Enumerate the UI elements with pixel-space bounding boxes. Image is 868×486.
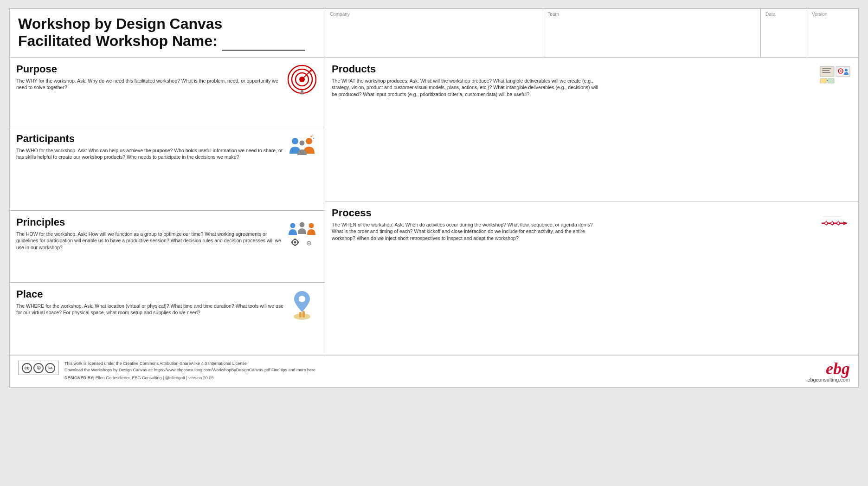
canvas-container: Workshop by Design Canvas Facilitated Wo… — [9, 8, 859, 388]
svg-point-27 — [299, 296, 305, 302]
cc-icon: cc — [22, 363, 32, 373]
principles-desc: The HOW for the workshop. Ask: How will … — [16, 231, 285, 251]
cc-badge: cc ① SA — [18, 361, 59, 375]
download-text: Download the Workshops by Design Canvas … — [64, 367, 315, 374]
svg-point-10 — [292, 138, 298, 144]
canvas-grid: Purpose The WHY for the workshop. Ask: W… — [10, 58, 858, 355]
svg-point-41 — [840, 70, 842, 72]
process-cell: Process The WHEN of the workshop. Ask: W… — [325, 201, 858, 336]
designed-by-label: DESIGNED BY: — [64, 376, 94, 380]
place-desc: The WHERE for the workshop. Ask: What lo… — [16, 303, 285, 316]
svg-point-18 — [309, 223, 314, 228]
products-desc: The WHAT the workshop produces. Ask: Wha… — [332, 78, 601, 98]
svg-point-48 — [825, 222, 828, 225]
canvas-title: Workshop by Design Canvas Facilitated Wo… — [10, 9, 325, 57]
ebg-url: ebgconsulting.com — [807, 377, 850, 382]
svg-point-49 — [831, 222, 834, 225]
place-icon — [286, 288, 318, 321]
svg-marker-44 — [843, 221, 847, 225]
svg-rect-29 — [299, 312, 302, 318]
svg-point-16 — [290, 223, 296, 228]
version-field[interactable]: Version — [807, 9, 858, 57]
company-field[interactable]: Company — [325, 9, 543, 57]
svg-line-4 — [302, 70, 312, 79]
svg-point-12 — [300, 140, 305, 145]
principles-icon — [286, 216, 318, 249]
svg-point-15 — [312, 134, 314, 136]
svg-rect-35 — [820, 78, 827, 83]
svg-point-26 — [309, 242, 310, 244]
svg-rect-31 — [820, 66, 834, 77]
svg-point-11 — [306, 138, 312, 144]
svg-point-13 — [310, 136, 312, 137]
process-icon — [819, 207, 852, 240]
date-field[interactable]: Date — [761, 9, 807, 57]
svg-point-14 — [313, 137, 315, 139]
version-label: Version — [812, 12, 854, 17]
svg-point-42 — [845, 69, 848, 71]
svg-rect-22 — [294, 245, 296, 246]
title-line2: Facilitated Workshop Name: — [18, 32, 305, 49]
purpose-cell: Purpose The WHY for the workshop. Ask: W… — [10, 58, 325, 127]
products-icon — [819, 63, 852, 96]
svg-point-50 — [837, 222, 840, 225]
right-column: Products The WHAT the workshop produces.… — [325, 58, 858, 355]
principles-cell: Principles The HOW for the workshop. Ask… — [10, 211, 325, 283]
footer-left: cc ① SA This work is licensed under the … — [18, 361, 315, 382]
products-title: Products — [332, 63, 852, 75]
svg-rect-34 — [822, 72, 830, 73]
participants-cell: Participants The WHO for the workshop. A… — [10, 127, 325, 211]
team-field[interactable]: Team — [543, 9, 761, 57]
title-line1: Workshop by Design Canvas — [18, 15, 222, 32]
designed-by: DESIGNED BY: Ellen Gottesdiener, EBG Con… — [64, 375, 315, 382]
ebg-logo: ebg — [807, 360, 850, 377]
purpose-desc: The WHY for the workshop. Ask: Why do we… — [16, 78, 285, 91]
cc-by-icon: ① — [33, 363, 44, 373]
place-title: Place — [16, 288, 318, 300]
svg-rect-23 — [291, 241, 293, 243]
products-cell: Products The WHAT the workshop produces.… — [325, 58, 858, 201]
team-label: Team — [548, 12, 756, 17]
participants-title: Participants — [16, 133, 318, 145]
purpose-icon — [286, 63, 318, 96]
svg-rect-24 — [297, 241, 299, 243]
footer-right: ebg ebgconsulting.com — [807, 360, 850, 382]
participants-icon — [286, 133, 318, 165]
date-label: Date — [765, 12, 802, 17]
svg-rect-21 — [294, 239, 296, 240]
footer: cc ① SA This work is licensed under the … — [10, 355, 858, 387]
process-desc: The WHEN of the workshop. Ask: When do a… — [332, 221, 601, 242]
svg-point-6 — [301, 90, 303, 93]
footer-text: This work is licensed under the Creative… — [64, 361, 315, 382]
principles-title: Principles — [16, 216, 318, 228]
purpose-title: Purpose — [16, 63, 318, 75]
license-text: This work is licensed under the Creative… — [64, 361, 315, 367]
svg-rect-36 — [828, 78, 834, 83]
left-column: Purpose The WHY for the workshop. Ask: W… — [10, 58, 325, 355]
company-label: Company — [330, 12, 538, 17]
svg-rect-32 — [822, 68, 831, 69]
header-fields: Company Team Date Version — [325, 9, 858, 57]
here-link[interactable]: here — [307, 368, 315, 372]
process-title: Process — [332, 207, 852, 219]
svg-rect-30 — [302, 311, 305, 318]
header: Workshop by Design Canvas Facilitated Wo… — [10, 9, 858, 58]
svg-point-28 — [294, 313, 310, 320]
designed-by-text: Ellen Gottesdiener, EBG Consulting | @el… — [96, 376, 213, 380]
cc-sa-icon: SA — [45, 363, 55, 373]
svg-point-17 — [300, 222, 305, 227]
svg-point-20 — [294, 241, 296, 243]
svg-rect-33 — [822, 70, 829, 71]
participants-desc: The WHO for the workshop. Ask: Who can h… — [16, 147, 285, 161]
place-cell: Place The WHERE for the workshop. Ask: W… — [10, 283, 325, 355]
